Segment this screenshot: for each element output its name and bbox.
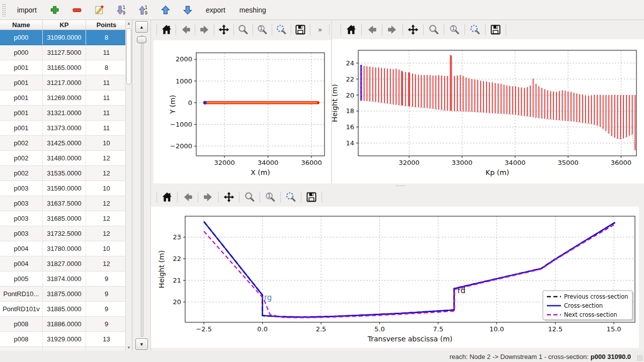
zoom-rect-button[interactable]: [283, 190, 298, 205]
cell-points[interactable]: 11: [86, 121, 127, 136]
cell-points[interactable]: 12: [86, 196, 127, 211]
table-scrollbar[interactable]: ▲ ▼: [125, 20, 132, 351]
home-button[interactable]: [344, 22, 359, 37]
cell-name[interactable]: p003: [0, 226, 43, 241]
zoom-button[interactable]: [242, 190, 257, 205]
pan-button[interactable]: [221, 190, 236, 205]
table-row[interactable]: p00831929.000013: [0, 332, 127, 347]
table-row[interactable]: p00131321.000011: [0, 106, 127, 121]
column-header-name[interactable]: Name: [0, 20, 43, 30]
save-button[interactable]: [304, 190, 319, 205]
table-row[interactable]: p00431827.000012: [0, 256, 127, 272]
cell-points[interactable]: 9: [86, 302, 127, 317]
section-slider-track[interactable]: [141, 35, 143, 337]
forward-button[interactable]: [198, 22, 211, 37]
cell-points[interactable]: 8: [86, 30, 127, 45]
table-row[interactable]: p00531874.00009: [0, 272, 127, 287]
cell-points[interactable]: 11: [86, 45, 127, 60]
column-header-points[interactable]: Points: [86, 20, 127, 30]
sort-ascending-button[interactable]: 19: [135, 2, 151, 18]
cell-name[interactable]: p008: [0, 317, 43, 332]
table-row[interactable]: p00331685.000012: [0, 211, 127, 226]
save-button[interactable]: [294, 22, 307, 37]
forward-button[interactable]: [385, 22, 400, 37]
cell-name[interactable]: p002: [0, 166, 43, 181]
cell-kp[interactable]: 31732.5000: [43, 226, 86, 241]
cell-points[interactable]: 9: [86, 317, 127, 332]
back-button[interactable]: [179, 22, 192, 37]
cell-kp[interactable]: 31217.0000: [43, 75, 86, 90]
cell-name[interactable]: [0, 347, 43, 351]
zoom-rect-button[interactable]: [467, 22, 482, 37]
cell-name[interactable]: p004: [0, 241, 43, 256]
cell-kp[interactable]: 31090.0000: [43, 30, 86, 45]
cell-points[interactable]: [86, 347, 127, 351]
move-down-button[interactable]: [180, 2, 196, 18]
cross-section-canvas[interactable]: rgrdPrevious cross-sectionCross-sectionN…: [151, 207, 639, 348]
table-row[interactable]: p00331637.500012: [0, 196, 127, 211]
cell-points[interactable]: 11: [86, 75, 127, 90]
cell-kp[interactable]: 31637.5000: [43, 196, 86, 211]
table-row[interactable]: p00131373.000011: [0, 121, 127, 136]
cell-points[interactable]: 12: [86, 211, 127, 226]
forward-button[interactable]: [201, 190, 216, 205]
zoom-one-button[interactable]: 1: [447, 22, 462, 37]
cell-name[interactable]: p005: [0, 272, 43, 287]
cell-points[interactable]: 9: [86, 287, 127, 302]
export-button[interactable]: export: [202, 3, 229, 17]
cell-name[interactable]: p001: [0, 60, 43, 75]
table-row[interactable]: p00031127.500011: [0, 45, 127, 60]
table-row[interactable]: PontRD10...31875.00009: [0, 287, 127, 302]
home-button[interactable]: [159, 22, 173, 37]
cell-kp[interactable]: 31127.5000: [43, 45, 86, 60]
move-up-button[interactable]: [157, 2, 174, 18]
column-header-kp[interactable]: KP: [43, 20, 86, 30]
back-button[interactable]: [180, 190, 195, 205]
cell-name[interactable]: PontRD10...: [0, 287, 43, 302]
cell-kp[interactable]: 31590.0000: [43, 181, 86, 196]
table-row[interactable]: p00331590.000010: [0, 181, 127, 196]
pan-button[interactable]: [406, 22, 421, 37]
cell-name[interactable]: p004: [0, 256, 43, 272]
cell-points[interactable]: 13: [86, 332, 127, 347]
cell-name[interactable]: p003: [0, 211, 43, 226]
cell-kp[interactable]: 31535.0000: [43, 166, 86, 181]
cell-kp[interactable]: 31425.0000: [43, 136, 86, 151]
cell-kp[interactable]: [43, 347, 86, 351]
cell-name[interactable]: p002: [0, 151, 43, 166]
cell-points[interactable]: 9: [86, 272, 127, 287]
edit-cross-section-button[interactable]: [91, 2, 107, 18]
save-button[interactable]: [488, 22, 503, 37]
cell-name[interactable]: p001: [0, 106, 43, 121]
cell-name[interactable]: p001: [0, 75, 43, 90]
sort-descending-button[interactable]: 19: [113, 2, 129, 18]
cross-section-table[interactable]: NameKPPoints p00031090.00008p00031127.50…: [0, 20, 127, 351]
table-row[interactable]: p00131165.00008: [0, 60, 127, 75]
profile-canvas[interactable]: 3200033000340003500036000141618202224Kp …: [332, 39, 644, 184]
plan-view-canvas[interactable]: 320003400036000−2000−1000010002000X (m)Y…: [153, 40, 331, 184]
cell-name[interactable]: p003: [0, 181, 43, 196]
table-row[interactable]: p00131269.000011: [0, 90, 127, 106]
overflow-button[interactable]: »: [313, 22, 327, 37]
cell-kp[interactable]: 31480.0000: [43, 151, 86, 166]
section-slider-handle[interactable]: [137, 36, 146, 43]
resize-grip-icon[interactable]: [637, 355, 643, 361]
cell-name[interactable]: p008: [0, 332, 43, 347]
cell-points[interactable]: 11: [86, 106, 127, 121]
table-row[interactable]: [0, 347, 127, 351]
cell-kp[interactable]: 31780.0000: [43, 241, 86, 256]
cell-points[interactable]: 10: [86, 136, 127, 151]
cell-kp[interactable]: 31373.0000: [43, 121, 86, 136]
cell-name[interactable]: PontRD101v: [0, 302, 43, 317]
meshing-button[interactable]: meshing: [235, 3, 270, 17]
section-up-button[interactable]: ▲: [135, 21, 148, 33]
table-row[interactable]: p00131217.000011: [0, 75, 127, 90]
cell-points[interactable]: 12: [86, 256, 127, 272]
cell-name[interactable]: p002: [0, 136, 43, 151]
back-button[interactable]: [364, 22, 379, 37]
import-button[interactable]: import: [13, 3, 41, 17]
table-row[interactable]: p00231535.000012: [0, 166, 127, 181]
cell-kp[interactable]: 31929.0000: [43, 332, 86, 347]
cell-points[interactable]: 8: [86, 60, 127, 75]
toolbar-grip[interactable]: [2, 4, 6, 17]
